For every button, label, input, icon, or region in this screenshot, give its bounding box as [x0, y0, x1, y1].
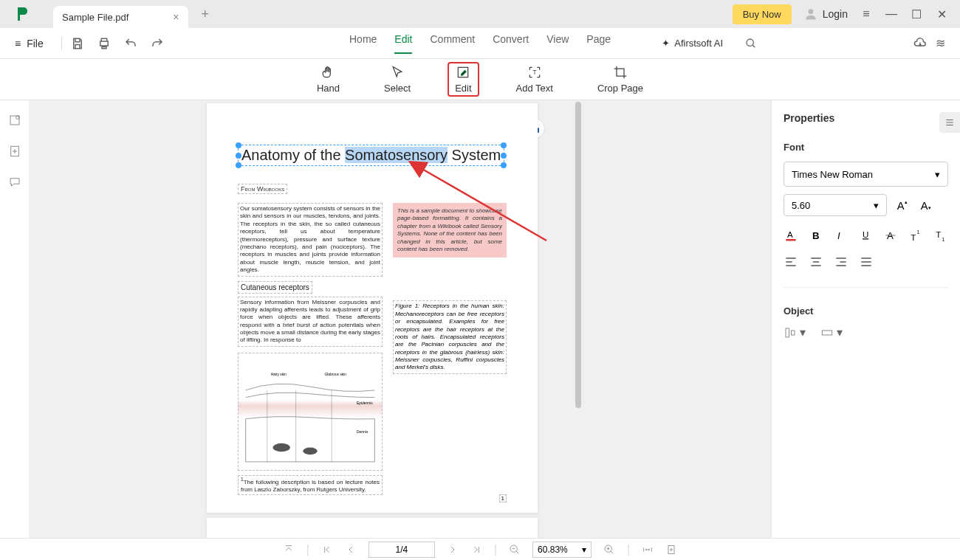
- font-size-value: 5.60: [792, 200, 810, 211]
- add-text-tool[interactable]: T Add Text: [509, 62, 560, 97]
- canvas[interactable]: Anatomy of the Somatosensory System From…: [30, 100, 771, 538]
- add-tab-button[interactable]: +: [202, 7, 210, 22]
- resize-handle[interactable]: [501, 153, 507, 159]
- svg-text:1: 1: [942, 237, 945, 242]
- login-button[interactable]: Login: [803, 7, 848, 21]
- subscript-icon[interactable]: T1: [933, 228, 948, 243]
- maximize-icon[interactable]: ☐: [910, 7, 923, 21]
- workspace: Anatomy of the Somatosensory System From…: [30, 100, 960, 538]
- tab-edit[interactable]: Edit: [394, 33, 412, 54]
- svg-point-9: [273, 443, 290, 452]
- tab-comment[interactable]: Comment: [430, 33, 475, 54]
- document-page[interactable]: Anatomy of the Somatosensory System From…: [207, 103, 538, 513]
- align-left-icon[interactable]: [784, 255, 798, 269]
- document-page-2[interactable]: [207, 518, 538, 538]
- paragraph-2[interactable]: Sensory information from Meissner corpus…: [238, 297, 383, 347]
- tab-convert[interactable]: Convert: [493, 33, 529, 54]
- font-family-select[interactable]: Times New Roman ▾: [784, 162, 948, 187]
- svg-text:▴: ▴: [905, 198, 908, 205]
- align-objects-button[interactable]: ▾: [784, 325, 806, 339]
- svg-text:T: T: [936, 230, 941, 239]
- close-window-icon[interactable]: ✕: [935, 7, 948, 21]
- select-tool[interactable]: Select: [377, 62, 418, 97]
- file-menu[interactable]: ≡ File: [15, 38, 44, 49]
- page-number[interactable]: 1: [499, 494, 507, 502]
- save-icon[interactable]: [71, 37, 84, 50]
- align-center-icon[interactable]: [809, 255, 823, 269]
- hand-tool[interactable]: Hand: [309, 62, 347, 97]
- comments-icon[interactable]: [8, 176, 21, 189]
- redo-icon[interactable]: [151, 37, 164, 50]
- scroll-thumb[interactable]: [575, 102, 581, 408]
- chevron-down-icon: ▾: [837, 325, 843, 339]
- decrease-font-icon[interactable]: A▾: [918, 197, 934, 213]
- svg-text:A: A: [887, 230, 894, 241]
- title-prefix: Anatomy of the: [241, 147, 345, 163]
- zoom-out-icon[interactable]: [509, 544, 521, 556]
- zoom-in-icon[interactable]: [603, 544, 615, 556]
- menu-tabs: Home Edit Comment Convert View Page: [349, 33, 611, 54]
- cloud-icon[interactable]: [913, 37, 927, 50]
- figure-caption[interactable]: Figure 1: Receptors in the human skin: M…: [393, 300, 507, 374]
- vertical-scrollbar[interactable]: [575, 100, 582, 538]
- crop-page-tool[interactable]: Crop Page: [590, 62, 651, 97]
- panel-toggle-icon[interactable]: [939, 112, 960, 133]
- collapse-icon[interactable]: ≋: [936, 36, 945, 50]
- select-label: Select: [384, 83, 411, 94]
- fit-page-icon[interactable]: [665, 544, 677, 556]
- increase-font-icon[interactable]: A▴: [894, 197, 911, 213]
- paragraph-1[interactable]: Our somatosensory system consists of sen…: [238, 203, 383, 277]
- tab-view[interactable]: View: [546, 33, 569, 54]
- resize-handle[interactable]: [236, 162, 241, 168]
- first-page-icon[interactable]: [321, 544, 333, 556]
- undo-icon[interactable]: [124, 37, 137, 50]
- object-section-label: Object: [784, 305, 948, 317]
- scroll-top-icon[interactable]: [283, 544, 295, 556]
- superscript-icon[interactable]: T1: [908, 228, 923, 243]
- search-icon[interactable]: [745, 38, 757, 49]
- resize-handle[interactable]: [236, 153, 241, 159]
- resize-handle[interactable]: [236, 142, 241, 148]
- add-page-icon[interactable]: [8, 145, 21, 158]
- align-objects-icon: [784, 326, 797, 339]
- callout-box[interactable]: This is a sample document to showcase pa…: [393, 203, 507, 257]
- distribute-objects-button[interactable]: ▾: [820, 325, 843, 339]
- resize-handle[interactable]: [501, 162, 507, 168]
- strikethrough-icon[interactable]: A: [883, 228, 898, 243]
- buy-now-button[interactable]: Buy Now: [733, 4, 792, 24]
- fit-width-icon[interactable]: [642, 544, 654, 556]
- next-page-icon[interactable]: [447, 544, 459, 556]
- svg-text:U: U: [863, 230, 868, 239]
- subheading[interactable]: Cutaneous receptors: [238, 281, 312, 294]
- tab-home[interactable]: Home: [349, 33, 377, 54]
- font-color-icon[interactable]: A: [784, 228, 798, 243]
- hamburger-icon[interactable]: ≡: [860, 7, 873, 21]
- document-tab[interactable]: Sample File.pdf ×: [53, 6, 188, 28]
- page-number-input[interactable]: [368, 542, 435, 558]
- underline-icon[interactable]: U: [859, 228, 874, 243]
- thumbnails-icon[interactable]: [8, 114, 21, 127]
- source-label[interactable]: From Wikibooks: [238, 184, 287, 194]
- last-page-icon[interactable]: [470, 544, 482, 556]
- svg-text:T: T: [532, 69, 536, 76]
- tab-close-icon[interactable]: ×: [173, 11, 179, 23]
- prev-page-icon[interactable]: [345, 544, 357, 556]
- italic-icon[interactable]: I: [834, 228, 848, 243]
- figure-image[interactable]: Hairy skin Glabrous skin Epidermis Dermi…: [238, 353, 383, 471]
- svg-rect-21: [786, 239, 795, 241]
- ai-button[interactable]: ✦ Afirstsoft AI: [662, 38, 723, 49]
- tab-page[interactable]: Page: [586, 33, 611, 54]
- resize-handle[interactable]: [501, 142, 507, 148]
- align-justify-icon[interactable]: [859, 255, 874, 269]
- edit-label: Edit: [455, 83, 471, 94]
- edit-tool[interactable]: Edit: [448, 62, 479, 97]
- bold-icon[interactable]: B: [809, 228, 823, 243]
- document-title-textbox[interactable]: Anatomy of the Somatosensory System: [238, 145, 504, 166]
- font-size-input[interactable]: 5.60 ▾: [784, 194, 887, 216]
- minimize-icon[interactable]: —: [885, 7, 898, 21]
- crop-label: Crop Page: [597, 83, 643, 94]
- footnote[interactable]: 1The following description is based on l…: [238, 475, 383, 495]
- zoom-select[interactable]: 60.83% ▾: [532, 542, 592, 558]
- align-right-icon[interactable]: [834, 255, 848, 269]
- print-icon[interactable]: [97, 37, 111, 50]
